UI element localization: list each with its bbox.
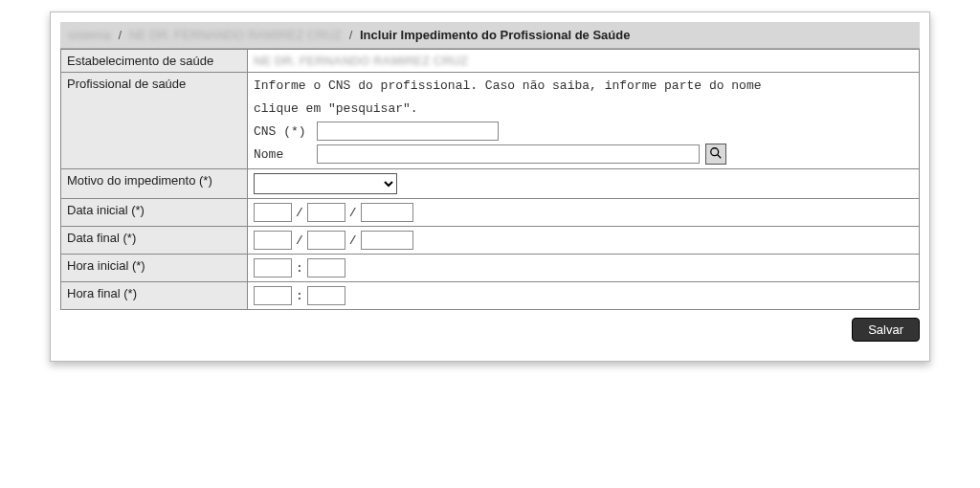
prof-help-line2: clique em "pesquisar". xyxy=(254,100,913,119)
data-final-ano[interactable] xyxy=(361,231,413,250)
form-table: Estabelecimento de saúde NE DR. FERNANDO… xyxy=(60,49,920,310)
value-data-inicial: / / xyxy=(248,199,920,227)
label-estabelecimento: Estabelecimento de saúde xyxy=(61,50,248,73)
value-estabelecimento: NE DR. FERNANDO RAMIREZ CRUZ xyxy=(248,50,920,73)
hora-final-m[interactable] xyxy=(307,286,345,305)
svg-point-0 xyxy=(711,147,719,155)
svg-line-1 xyxy=(718,154,722,158)
value-hora-inicial: : xyxy=(248,255,920,282)
data-final-mes[interactable] xyxy=(307,231,345,250)
time-sep: : xyxy=(296,289,303,303)
prof-help-line1: Informe o CNS do profissional. Caso não … xyxy=(254,77,913,96)
value-data-final: / / xyxy=(248,227,920,255)
breadcrumb-sep: / xyxy=(349,28,353,42)
breadcrumb: sistema / NE DR. FERNANDO RAMIREZ CRUZ /… xyxy=(60,22,920,49)
value-hora-final: : xyxy=(248,282,920,310)
estabelecimento-text: NE DR. FERNANDO RAMIREZ CRUZ xyxy=(254,54,468,68)
data-final-dia[interactable] xyxy=(254,231,292,250)
label-profissional: Profissional de saúde xyxy=(61,73,248,169)
cns-row: CNS (*) xyxy=(254,122,913,141)
breadcrumb-sep: / xyxy=(118,28,122,42)
save-button[interactable]: Salvar xyxy=(852,318,920,342)
date-sep: / xyxy=(349,233,357,248)
search-button[interactable] xyxy=(705,144,726,165)
breadcrumb-part1: sistema xyxy=(68,28,111,42)
nome-row: Nome xyxy=(254,144,913,165)
data-inicial-dia[interactable] xyxy=(254,203,292,222)
motivo-select[interactable] xyxy=(254,173,397,194)
cns-label: CNS (*) xyxy=(254,124,311,139)
form-panel: sistema / NE DR. FERNANDO RAMIREZ CRUZ /… xyxy=(50,11,930,362)
label-hora-final: Hora final (*) xyxy=(61,282,248,310)
value-motivo xyxy=(248,169,920,199)
button-row: Salvar xyxy=(60,310,920,342)
nome-input[interactable] xyxy=(317,144,700,164)
date-sep: / xyxy=(296,206,303,220)
label-data-inicial: Data inicial (*) xyxy=(61,199,248,227)
data-inicial-ano[interactable] xyxy=(361,203,413,222)
hora-final-h[interactable] xyxy=(254,286,292,305)
time-sep: : xyxy=(296,261,303,276)
date-sep: / xyxy=(349,206,357,220)
data-inicial-mes[interactable] xyxy=(307,203,345,222)
label-motivo: Motivo do impedimento (*) xyxy=(61,169,248,199)
hora-inicial-h[interactable] xyxy=(254,258,292,277)
search-icon xyxy=(709,146,723,163)
breadcrumb-current: Incluir Impedimento do Profissional de S… xyxy=(360,28,630,42)
cns-input[interactable] xyxy=(317,122,499,141)
hora-inicial-m[interactable] xyxy=(307,258,345,277)
label-data-final: Data final (*) xyxy=(61,227,248,255)
value-profissional: Informe o CNS do profissional. Caso não … xyxy=(248,73,920,169)
date-sep: / xyxy=(296,233,303,248)
label-hora-inicial: Hora inicial (*) xyxy=(61,255,248,282)
nome-label: Nome xyxy=(254,147,311,162)
breadcrumb-part2: NE DR. FERNANDO RAMIREZ CRUZ xyxy=(129,28,342,42)
